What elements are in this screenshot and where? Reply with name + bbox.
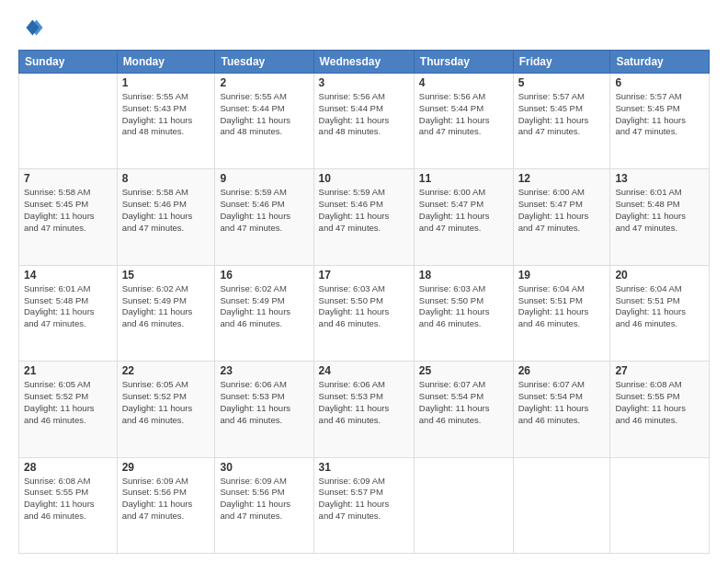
calendar-cell: 10Sunrise: 5:59 AM Sunset: 5:46 PM Dayli… xyxy=(313,169,414,265)
day-number: 8 xyxy=(122,172,210,185)
day-info: Sunrise: 6:05 AM Sunset: 5:52 PM Dayligh… xyxy=(122,379,210,426)
day-info: Sunrise: 6:03 AM Sunset: 5:50 PM Dayligh… xyxy=(319,283,409,330)
day-number: 29 xyxy=(122,461,210,474)
calendar-cell xyxy=(610,457,710,553)
day-number: 10 xyxy=(319,172,409,185)
calendar-cell: 25Sunrise: 6:07 AM Sunset: 5:54 PM Dayli… xyxy=(414,362,513,457)
calendar-cell: 26Sunrise: 6:07 AM Sunset: 5:54 PM Dayli… xyxy=(513,362,610,457)
day-number: 23 xyxy=(220,364,308,377)
calendar-cell: 23Sunrise: 6:06 AM Sunset: 5:53 PM Dayli… xyxy=(215,362,313,457)
calendar-cell: 16Sunrise: 6:02 AM Sunset: 5:49 PM Dayli… xyxy=(215,265,313,361)
calendar-week-row: 7Sunrise: 5:58 AM Sunset: 5:45 PM Daylig… xyxy=(19,169,710,265)
calendar-cell: 24Sunrise: 6:06 AM Sunset: 5:53 PM Dayli… xyxy=(313,362,414,457)
day-number: 16 xyxy=(220,269,308,282)
weekday-header-tuesday: Tuesday xyxy=(215,51,313,74)
calendar-cell: 5Sunrise: 5:57 AM Sunset: 5:45 PM Daylig… xyxy=(513,74,610,169)
day-number: 3 xyxy=(319,76,409,89)
day-info: Sunrise: 6:08 AM Sunset: 5:55 PM Dayligh… xyxy=(615,379,704,426)
calendar-cell: 14Sunrise: 6:01 AM Sunset: 5:48 PM Dayli… xyxy=(19,265,118,361)
calendar-week-row: 1Sunrise: 5:55 AM Sunset: 5:43 PM Daylig… xyxy=(19,74,710,169)
day-number: 6 xyxy=(615,76,704,89)
day-info: Sunrise: 6:02 AM Sunset: 5:49 PM Dayligh… xyxy=(220,283,308,330)
calendar-cell: 11Sunrise: 6:00 AM Sunset: 5:47 PM Dayli… xyxy=(414,169,513,265)
calendar-cell xyxy=(513,457,610,553)
calendar-cell: 20Sunrise: 6:04 AM Sunset: 5:51 PM Dayli… xyxy=(610,265,710,361)
weekday-header-thursday: Thursday xyxy=(414,51,513,74)
day-info: Sunrise: 5:55 AM Sunset: 5:43 PM Dayligh… xyxy=(122,91,210,138)
day-number: 18 xyxy=(419,269,508,282)
day-number: 2 xyxy=(220,76,308,89)
day-info: Sunrise: 6:09 AM Sunset: 5:56 PM Dayligh… xyxy=(122,476,210,523)
calendar-cell: 21Sunrise: 6:05 AM Sunset: 5:52 PM Dayli… xyxy=(19,362,118,457)
calendar-cell: 13Sunrise: 6:01 AM Sunset: 5:48 PM Dayli… xyxy=(610,169,710,265)
day-number: 24 xyxy=(319,364,409,377)
day-info: Sunrise: 6:07 AM Sunset: 5:54 PM Dayligh… xyxy=(419,379,508,426)
calendar-table: SundayMondayTuesdayWednesdayThursdayFrid… xyxy=(18,50,710,554)
day-number: 4 xyxy=(419,76,508,89)
day-info: Sunrise: 6:06 AM Sunset: 5:53 PM Dayligh… xyxy=(220,379,308,426)
calendar-cell: 19Sunrise: 6:04 AM Sunset: 5:51 PM Dayli… xyxy=(513,265,610,361)
calendar-cell: 7Sunrise: 5:58 AM Sunset: 5:45 PM Daylig… xyxy=(19,169,118,265)
weekday-header-wednesday: Wednesday xyxy=(313,51,414,74)
calendar-cell: 9Sunrise: 5:59 AM Sunset: 5:46 PM Daylig… xyxy=(215,169,313,265)
day-number: 7 xyxy=(24,172,112,185)
day-number: 11 xyxy=(419,172,508,185)
day-info: Sunrise: 5:56 AM Sunset: 5:44 PM Dayligh… xyxy=(319,91,409,138)
calendar-cell: 28Sunrise: 6:08 AM Sunset: 5:55 PM Dayli… xyxy=(19,457,118,553)
logo-icon xyxy=(18,15,44,40)
calendar-week-row: 14Sunrise: 6:01 AM Sunset: 5:48 PM Dayli… xyxy=(19,265,710,361)
day-number: 5 xyxy=(518,76,606,89)
day-info: Sunrise: 6:03 AM Sunset: 5:50 PM Dayligh… xyxy=(419,283,508,330)
day-number: 25 xyxy=(419,364,508,377)
calendar-page: SundayMondayTuesdayWednesdayThursdayFrid… xyxy=(0,0,728,563)
day-info: Sunrise: 5:58 AM Sunset: 5:46 PM Dayligh… xyxy=(122,187,210,234)
day-info: Sunrise: 5:59 AM Sunset: 5:46 PM Dayligh… xyxy=(220,187,308,234)
day-number: 19 xyxy=(518,269,606,282)
header xyxy=(18,15,710,40)
day-info: Sunrise: 6:04 AM Sunset: 5:51 PM Dayligh… xyxy=(615,283,704,330)
calendar-cell: 4Sunrise: 5:56 AM Sunset: 5:44 PM Daylig… xyxy=(414,74,513,169)
day-number: 12 xyxy=(518,172,606,185)
calendar-cell xyxy=(19,74,118,169)
day-number: 28 xyxy=(24,461,112,474)
day-info: Sunrise: 6:02 AM Sunset: 5:49 PM Dayligh… xyxy=(122,283,210,330)
day-info: Sunrise: 6:05 AM Sunset: 5:52 PM Dayligh… xyxy=(24,379,112,426)
day-info: Sunrise: 6:07 AM Sunset: 5:54 PM Dayligh… xyxy=(518,379,606,426)
calendar-cell: 27Sunrise: 6:08 AM Sunset: 5:55 PM Dayli… xyxy=(610,362,710,457)
calendar-cell: 30Sunrise: 6:09 AM Sunset: 5:56 PM Dayli… xyxy=(215,457,313,553)
day-number: 21 xyxy=(24,364,112,377)
weekday-header-sunday: Sunday xyxy=(19,51,118,74)
calendar-cell: 29Sunrise: 6:09 AM Sunset: 5:56 PM Dayli… xyxy=(117,457,215,553)
calendar-cell xyxy=(414,457,513,553)
day-info: Sunrise: 6:08 AM Sunset: 5:55 PM Dayligh… xyxy=(24,476,112,523)
weekday-header-row: SundayMondayTuesdayWednesdayThursdayFrid… xyxy=(19,51,710,74)
weekday-header-monday: Monday xyxy=(117,51,215,74)
day-number: 31 xyxy=(319,461,409,474)
day-number: 27 xyxy=(615,364,704,377)
day-info: Sunrise: 6:09 AM Sunset: 5:56 PM Dayligh… xyxy=(220,476,308,523)
calendar-cell: 17Sunrise: 6:03 AM Sunset: 5:50 PM Dayli… xyxy=(313,265,414,361)
day-info: Sunrise: 6:06 AM Sunset: 5:53 PM Dayligh… xyxy=(319,379,409,426)
calendar-cell: 3Sunrise: 5:56 AM Sunset: 5:44 PM Daylig… xyxy=(313,74,414,169)
day-info: Sunrise: 5:57 AM Sunset: 5:45 PM Dayligh… xyxy=(615,91,704,138)
day-info: Sunrise: 5:59 AM Sunset: 5:46 PM Dayligh… xyxy=(319,187,409,234)
day-number: 17 xyxy=(319,269,409,282)
calendar-week-row: 21Sunrise: 6:05 AM Sunset: 5:52 PM Dayli… xyxy=(19,362,710,457)
day-number: 13 xyxy=(615,172,704,185)
calendar-cell: 31Sunrise: 6:09 AM Sunset: 5:57 PM Dayli… xyxy=(313,457,414,553)
day-info: Sunrise: 6:01 AM Sunset: 5:48 PM Dayligh… xyxy=(615,187,704,234)
day-number: 1 xyxy=(122,76,210,89)
calendar-cell: 2Sunrise: 5:55 AM Sunset: 5:44 PM Daylig… xyxy=(215,74,313,169)
day-info: Sunrise: 6:09 AM Sunset: 5:57 PM Dayligh… xyxy=(319,476,409,523)
day-info: Sunrise: 5:58 AM Sunset: 5:45 PM Dayligh… xyxy=(24,187,112,234)
weekday-header-friday: Friday xyxy=(513,51,610,74)
day-info: Sunrise: 6:01 AM Sunset: 5:48 PM Dayligh… xyxy=(24,283,112,330)
day-info: Sunrise: 6:00 AM Sunset: 5:47 PM Dayligh… xyxy=(419,187,508,234)
day-number: 15 xyxy=(122,269,210,282)
day-info: Sunrise: 5:57 AM Sunset: 5:45 PM Dayligh… xyxy=(518,91,606,138)
logo xyxy=(18,15,48,40)
calendar-cell: 12Sunrise: 6:00 AM Sunset: 5:47 PM Dayli… xyxy=(513,169,610,265)
day-number: 30 xyxy=(220,461,308,474)
day-number: 14 xyxy=(24,269,112,282)
calendar-cell: 18Sunrise: 6:03 AM Sunset: 5:50 PM Dayli… xyxy=(414,265,513,361)
